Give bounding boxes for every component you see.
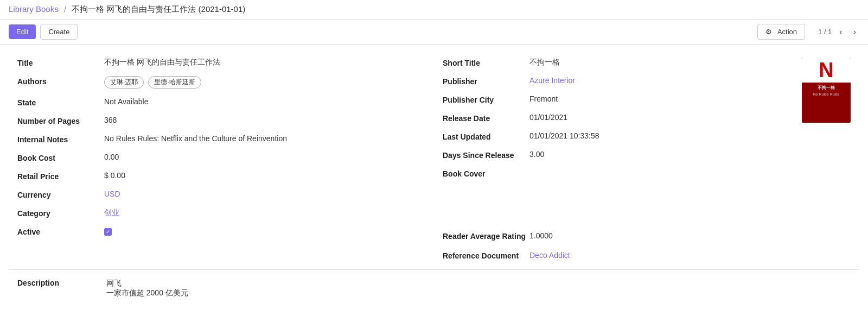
- state-row: State Not Available: [17, 97, 425, 107]
- rating-value: 1.0000: [529, 230, 851, 240]
- pages-row: Number of Pages 368: [17, 116, 425, 125]
- title-row: Title 不拘一格 网飞的自由与责任工作法: [17, 58, 425, 67]
- action-button[interactable]: Action: [757, 24, 805, 40]
- rating-row: Reader Average Rating 1.0000: [443, 230, 851, 241]
- book-cover-letter: N: [819, 59, 833, 81]
- notes-label: Internal Notes: [17, 134, 104, 144]
- retail-row: Retail Price $ 0.00: [17, 171, 425, 181]
- book-cover-row: Book Cover: [443, 168, 851, 178]
- form-grid: Title 不拘一格 网飞的自由与责任工作法 Authors 艾琳·迈耶 里德·…: [9, 58, 859, 269]
- release-date-label: Release Date: [443, 113, 529, 123]
- state-label: State: [17, 97, 104, 107]
- release-date-row: Release Date 01/01/2021: [443, 113, 851, 123]
- book-cover-label: Book Cover: [443, 168, 529, 178]
- pages-label: Number of Pages: [17, 116, 104, 125]
- days-since-label: Days Since Release: [443, 150, 529, 160]
- pagination: 1 / 1 ‹ ›: [818, 26, 859, 38]
- category-label: Category: [17, 208, 104, 218]
- active-checkbox[interactable]: ✓: [104, 228, 112, 236]
- breadcrumb-current: 不拘一格 网飞的自由与责任工作法 (2021-01-01): [72, 4, 245, 14]
- authors-label: Authors: [17, 76, 104, 86]
- main-content: Title 不拘一格 网飞的自由与责任工作法 Authors 艾琳·迈耶 里德·…: [0, 45, 868, 309]
- currency-label: Currency: [17, 190, 104, 199]
- title-label: Title: [17, 58, 104, 67]
- book-cover-title: 不拘一格: [804, 85, 848, 91]
- state-value: Not Available: [104, 97, 425, 106]
- authors-value: 艾琳·迈耶 里德·哈斯廷斯: [104, 76, 425, 89]
- notes-value: No Rules Rules: Netflix and the Culture …: [104, 134, 425, 143]
- publisher-label: Publisher: [443, 76, 529, 86]
- description-label: Description: [17, 279, 104, 287]
- retail-label: Retail Price: [17, 171, 104, 181]
- short-title-row: Short Title 不拘一格: [443, 58, 851, 67]
- reference-label: Reference Document: [443, 250, 529, 261]
- cost-value: 0.00: [104, 153, 425, 161]
- days-since-value: 3.00: [529, 150, 851, 159]
- active-value: ✓: [104, 226, 425, 236]
- pages-value: 368: [104, 116, 425, 124]
- currency-value[interactable]: USD: [104, 190, 425, 198]
- breadcrumb-parent[interactable]: Library Books: [9, 4, 59, 14]
- description-line2: 一家市值超 2000 亿美元: [106, 288, 188, 298]
- breadcrumb-separator: /: [64, 4, 66, 14]
- category-row: Category 创业: [17, 208, 425, 218]
- book-cover-subtitle: No Rules Rules: [804, 92, 848, 97]
- edit-button[interactable]: Edit: [9, 24, 36, 39]
- publisher-city-row: Publisher City Fremont: [443, 94, 851, 104]
- left-section: Title 不拘一格 网飞的自由与责任工作法 Authors 艾琳·迈耶 里德·…: [9, 58, 434, 269]
- active-label: Active: [17, 226, 104, 236]
- rating-label: Reader Average Rating: [443, 230, 529, 241]
- currency-row: Currency USD: [17, 190, 425, 199]
- gear-icon: [765, 28, 774, 36]
- authors-row: Authors 艾琳·迈耶 里德·哈斯廷斯: [17, 76, 425, 89]
- last-updated-label: Last Updated: [443, 131, 529, 141]
- title-value: 不拘一格 网飞的自由与责任工作法: [104, 58, 425, 67]
- publisher-city-label: Publisher City: [443, 94, 529, 104]
- author-tag-2[interactable]: 里德·哈斯廷斯: [148, 76, 201, 89]
- pagination-next[interactable]: ›: [850, 26, 859, 38]
- pagination-text: 1 / 1: [818, 28, 832, 36]
- reference-value[interactable]: Deco Addict: [529, 250, 851, 260]
- book-cover-image: N 不拘一格 No Rules Rules: [802, 58, 851, 123]
- create-button[interactable]: Create: [40, 24, 78, 40]
- days-since-row: Days Since Release 3.00: [443, 150, 851, 160]
- cost-label: Book Cost: [17, 153, 104, 162]
- active-row: Active ✓: [17, 226, 425, 236]
- breadcrumb: Library Books / 不拘一格 网飞的自由与责任工作法 (2021-0…: [0, 0, 868, 20]
- description-content: 网飞 一家市值超 2000 亿美元: [106, 279, 188, 298]
- cost-row: Book Cost 0.00: [17, 153, 425, 162]
- right-section: Short Title 不拘一格 Publisher Azure Interio…: [434, 58, 859, 269]
- notes-row: Internal Notes No Rules Rules: Netflix a…: [17, 134, 425, 144]
- description-line1: 网飞: [106, 279, 188, 288]
- category-value[interactable]: 创业: [104, 208, 425, 218]
- publisher-row: Publisher Azure Interior: [443, 76, 851, 86]
- pagination-prev[interactable]: ‹: [836, 26, 845, 38]
- description-section: Description 网飞 一家市值超 2000 亿美元: [9, 269, 859, 307]
- toolbar: Edit Create Action 1 / 1 ‹ ›: [0, 20, 868, 45]
- reference-row: Reference Document Deco Addict: [443, 250, 851, 261]
- short-title-label: Short Title: [443, 58, 529, 67]
- last-updated-row: Last Updated 01/01/2021 10:33:58: [443, 131, 851, 141]
- retail-value: $ 0.00: [104, 171, 425, 180]
- last-updated-value: 01/01/2021 10:33:58: [529, 131, 851, 140]
- author-tag-1[interactable]: 艾琳·迈耶: [104, 76, 144, 89]
